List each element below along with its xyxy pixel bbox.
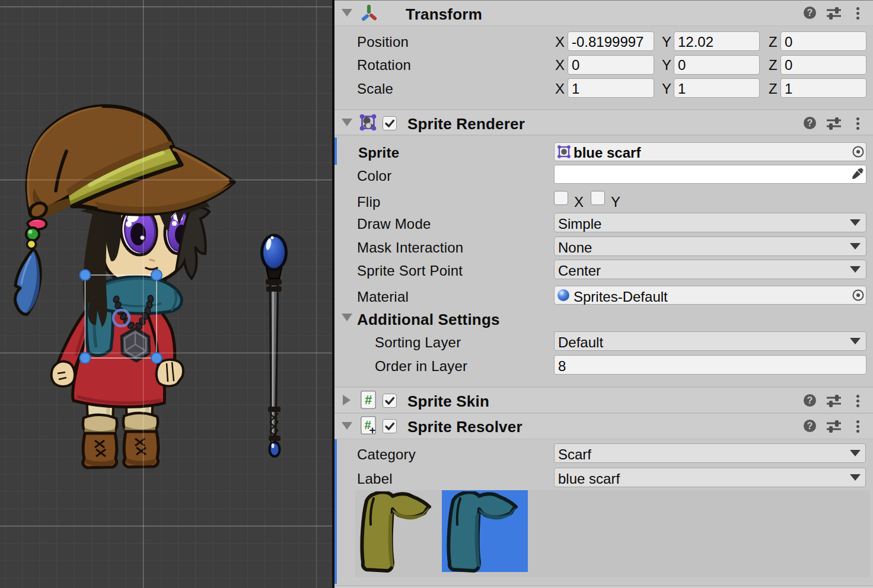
- svg-text:#: #: [365, 392, 372, 407]
- svg-text:+: +: [369, 424, 376, 435]
